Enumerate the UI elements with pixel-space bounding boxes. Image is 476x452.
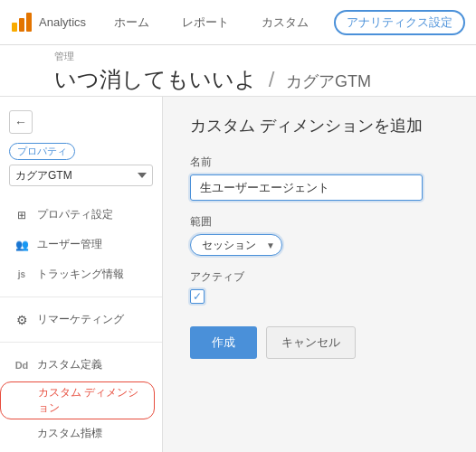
create-button[interactable]: 作成 — [190, 326, 257, 359]
checkbox-wrapper: ✓ — [190, 289, 449, 304]
sidebar-divider-2 — [0, 342, 162, 343]
scope-group: 範囲 セッション ヒット ユーザー プロダクト ▼ — [190, 214, 449, 256]
page-title: いつ消してもいいよ / カグアGTM — [54, 65, 422, 94]
sidebar-item-remarketing-label: リマーケティング — [37, 312, 124, 327]
scope-label: 範囲 — [190, 214, 449, 230]
checkmark-icon: ✓ — [193, 291, 202, 302]
sidebar-item-property-settings-label: プロパティ設定 — [37, 207, 113, 222]
breadcrumb-area: 管理 いつ消してもいいよ / カグアGTM — [0, 45, 476, 97]
nav-home[interactable]: ホーム — [107, 10, 157, 35]
back-button[interactable]: ← — [9, 110, 33, 134]
sidebar: ← プロパティ カグアGTM ⊞ プロパティ設定 👥 ユーザー管理 js トラッ… — [0, 97, 163, 452]
sidebar-sub-custom-metric-label: カスタム指標 — [37, 426, 102, 441]
svg-rect-1 — [19, 18, 24, 32]
nav-settings[interactable]: アナリティクス設定 — [334, 10, 465, 35]
name-input[interactable] — [190, 174, 423, 201]
google-analytics-logo — [9, 10, 34, 35]
breadcrumb-section: 管理 — [54, 50, 422, 63]
sidebar-item-tracking-info[interactable]: js トラッキング情報 — [0, 259, 162, 289]
property-select[interactable]: カグアGTM — [9, 165, 153, 186]
sidebar-item-custom-def-label: カスタム定義 — [37, 357, 102, 372]
remarketing-icon: ⚙ — [14, 313, 30, 327]
button-row: 作成 キャンセル — [190, 326, 449, 359]
page-title-sub: カグアGTM — [286, 72, 371, 90]
name-group: 名前 — [190, 155, 449, 201]
property-label: プロパティ — [9, 143, 75, 160]
form-title: カスタム ディメンションを追加 — [190, 115, 449, 137]
svg-rect-2 — [26, 13, 32, 32]
sidebar-item-property-settings[interactable]: ⊞ プロパティ設定 — [0, 200, 162, 230]
active-label: アクティブ — [190, 269, 449, 285]
header: Analytics ホーム レポート カスタム アナリティクス設定 — [0, 0, 476, 45]
sidebar-sub-custom-metric[interactable]: カスタム指標 — [0, 421, 162, 446]
sidebar-item-tracking-info-label: トラッキング情報 — [37, 267, 124, 282]
user-management-icon: 👥 — [14, 239, 30, 251]
logo-area: Analytics — [9, 10, 86, 35]
scope-select[interactable]: セッション ヒット ユーザー プロダクト — [190, 234, 282, 256]
scope-select-wrapper: セッション ヒット ユーザー プロダクト ▼ — [190, 234, 282, 256]
cancel-button[interactable]: キャンセル — [266, 326, 356, 359]
sidebar-item-custom-def[interactable]: Dd カスタム定義 — [0, 350, 162, 380]
name-label: 名前 — [190, 155, 449, 170]
logo-text: Analytics — [39, 15, 86, 29]
breadcrumb-separator: / — [269, 67, 275, 91]
property-section: プロパティ カグアGTM — [0, 138, 162, 191]
page-title-main: いつ消してもいいよ — [54, 67, 257, 91]
nav-custom[interactable]: カスタム — [254, 10, 316, 35]
sidebar-item-user-management-label: ユーザー管理 — [37, 237, 102, 252]
content-area: カスタム ディメンションを追加 名前 範囲 セッション ヒット ユーザー プロダ… — [163, 97, 476, 452]
active-checkbox[interactable]: ✓ — [190, 289, 205, 304]
svg-rect-0 — [12, 23, 17, 32]
sidebar-item-remarketing[interactable]: ⚙ リマーケティング — [0, 305, 162, 334]
sidebar-divider-1 — [0, 297, 162, 297]
sidebar-menu: ⊞ プロパティ設定 👥 ユーザー管理 js トラッキング情報 ⚙ リマーケティン… — [0, 200, 162, 446]
custom-def-icon: Dd — [14, 360, 30, 371]
property-settings-icon: ⊞ — [14, 209, 30, 221]
nav-bar: ホーム レポート カスタム アナリティクス設定 — [104, 10, 467, 35]
nav-reports[interactable]: レポート — [175, 10, 236, 35]
main-container: ← プロパティ カグアGTM ⊞ プロパティ設定 👥 ユーザー管理 js トラッ… — [0, 97, 476, 452]
active-group: アクティブ ✓ — [190, 269, 449, 304]
sidebar-sub-custom-dimension-label: カスタム ディメンション — [38, 385, 140, 416]
sidebar-sub-custom-dimension[interactable]: カスタム ディメンション — [0, 381, 155, 419]
sidebar-item-user-management[interactable]: 👥 ユーザー管理 — [0, 230, 162, 259]
tracking-info-icon: js — [14, 269, 30, 279]
